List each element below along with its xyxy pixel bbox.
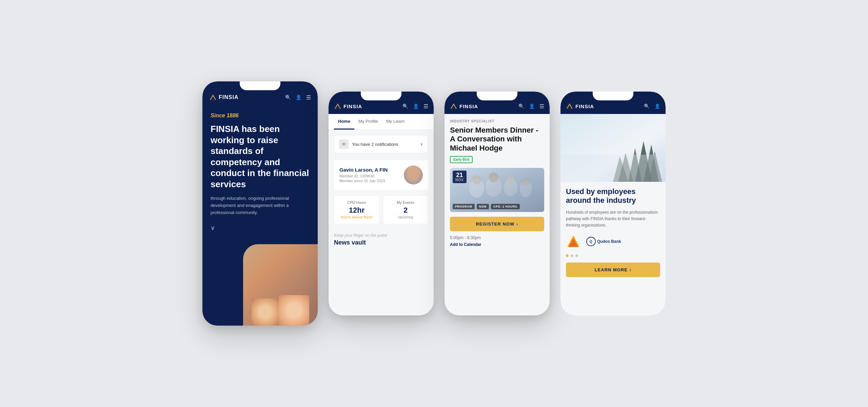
svg-point-8 (472, 175, 481, 185)
notification-text: You have 2 notifications (352, 142, 398, 147)
avatar (404, 166, 423, 185)
scene: FINSIA Since 1886 FINSIA has been workin… (0, 0, 868, 407)
learn-more-button[interactable]: LEARN MORE › (566, 263, 660, 277)
user-icon-1[interactable] (296, 94, 301, 100)
used-by-heading: Used by employees around the industry (566, 187, 660, 205)
events-stat-card: My Events 2 Upcoming (383, 195, 428, 224)
since-label: Since 1886 (211, 113, 310, 119)
menu-icon-1[interactable] (306, 94, 311, 101)
event-image: 21 NOV PROGRAM NSW CPD: 2 HOURS (450, 168, 544, 212)
scroll-hint: ∨ (211, 224, 310, 232)
phone-2-body: ✉ You have 2 notifications ∨ Gavin Larso… (329, 130, 434, 315)
register-button[interactable]: REGISTER NOW › (450, 217, 544, 231)
brand-name-3: FINSIA (459, 103, 478, 109)
notch-4 (593, 92, 633, 100)
tab-bar-2: Home My Profile My Learn (329, 114, 434, 130)
notification-bar[interactable]: ✉ You have 2 notifications ∨ (334, 135, 428, 153)
nav-icons-2 (402, 103, 428, 110)
nav-icons-3 (518, 103, 544, 110)
tab-learn[interactable]: My Learn (382, 114, 409, 130)
event-date-day: 21 (455, 172, 464, 178)
cpd-stat-card: CPD Hours 12hr You're almost there! (334, 195, 379, 224)
chevron-logo-icon-4 (566, 102, 573, 110)
notch-2 (361, 92, 401, 100)
qudos-icon: Q (586, 237, 596, 246)
notif-chevron-icon: ∨ (420, 142, 423, 147)
hero-image-4 (560, 114, 666, 182)
event-tags: PROGRAM NSW CPD: 2 HOURS (453, 204, 520, 209)
search-icon-2[interactable] (402, 103, 408, 109)
search-icon-4[interactable] (644, 103, 650, 109)
boq-logo (566, 234, 581, 249)
register-label: REGISTER NOW (476, 221, 514, 227)
search-icon-1[interactable] (285, 94, 291, 100)
dot-1[interactable] (566, 254, 569, 257)
boq-logo-svg (566, 234, 581, 249)
user-name: Gavin Larson, A FIN (339, 167, 388, 173)
cpd-value: 12hr (338, 207, 375, 214)
chevron-logo-icon-3 (450, 102, 457, 110)
learn-more-label: LEARN MORE (595, 267, 628, 272)
notch-1 (240, 81, 280, 90)
used-by-sub: Hundreds of employees are on the profess… (566, 209, 660, 229)
notch-3 (477, 92, 517, 100)
stats-row: CPD Hours 12hr You're almost there! My E… (334, 195, 428, 224)
phone-4-body: Used by employees around the industry Hu… (560, 114, 666, 315)
logo-3: FINSIA (450, 102, 478, 110)
events-label: My Events (387, 200, 424, 205)
dot-3[interactable] (575, 254, 578, 257)
user-icon-4[interactable] (654, 103, 660, 109)
avatar-image (404, 166, 423, 185)
early-bird-badge: Early Bird (450, 156, 473, 163)
member-id: Member ID: 1309636 (339, 174, 388, 178)
user-icon-3[interactable] (529, 103, 535, 109)
hero-subtext: through education, ongoing professional … (211, 195, 310, 216)
search-icon-3[interactable] (518, 103, 524, 109)
carousel-dots (566, 254, 660, 257)
qudos-logo: Q Qudos Bank (586, 237, 621, 246)
event-title: Senior Members Dinner - A Conversation w… (450, 126, 544, 153)
member-since: Member since 15 July 2019 (339, 179, 388, 183)
dot-2[interactable] (571, 254, 573, 257)
notification-icon: ✉ (339, 139, 349, 149)
phone-4: FINSIA (560, 92, 666, 315)
qudos-q: Q (590, 240, 592, 244)
event-tag-nsw: NSW (477, 204, 489, 209)
learn-more-arrow-icon: › (630, 267, 631, 272)
profile-section: Gavin Larson, A FIN Member ID: 1309636 M… (334, 160, 428, 190)
forest-image (560, 114, 666, 182)
hero-image (243, 244, 318, 326)
news-eyebrow: Keep your finger on the pulse (334, 233, 428, 238)
person-face-1 (279, 295, 309, 326)
menu-icon-3[interactable] (539, 103, 544, 110)
nav-icons-1 (285, 94, 311, 101)
logo-4: FINSIA (566, 102, 594, 110)
register-arrow-icon: › (516, 221, 518, 227)
tab-home[interactable]: Home (334, 114, 354, 130)
profile-info: Gavin Larson, A FIN Member ID: 1309636 M… (339, 167, 388, 183)
tab-profile[interactable]: My Profile (354, 114, 382, 130)
events-value: 2 (387, 207, 424, 214)
chevron-logo-icon-2 (334, 102, 341, 110)
cpd-label: CPD Hours (338, 200, 375, 205)
nav-icons-4 (644, 103, 660, 109)
menu-icon-2[interactable] (423, 103, 428, 110)
hero-heading: FINSIA has been working to raise standar… (211, 123, 310, 190)
event-tag-cpd: CPD: 2 HOURS (491, 204, 520, 209)
events-sub: Upcoming (387, 215, 424, 219)
phone-2: FINSIA Home My Profile My Learn (329, 92, 434, 315)
hero-photo (243, 244, 318, 326)
user-icon-2[interactable] (413, 103, 419, 109)
chevron-logo-icon (209, 94, 217, 101)
phone-3-body: INDUSTRY SPECIALIST Senior Members Dinne… (445, 114, 550, 315)
brand-name-1: FINSIA (219, 94, 238, 100)
industry-tag: INDUSTRY SPECIALIST (450, 119, 544, 123)
phone-1: FINSIA Since 1886 FINSIA has been workin… (202, 81, 318, 326)
logo-2: FINSIA (334, 102, 362, 110)
logo-1: FINSIA (209, 94, 238, 101)
add-to-calendar-link[interactable]: Add to Calendar (450, 242, 544, 247)
event-time: 5.00pm - 8.30pm (450, 235, 544, 240)
phone-4-text: Used by employees around the industry Hu… (560, 182, 666, 283)
event-tag-program: PROGRAM (453, 204, 475, 209)
svg-point-12 (506, 175, 515, 184)
